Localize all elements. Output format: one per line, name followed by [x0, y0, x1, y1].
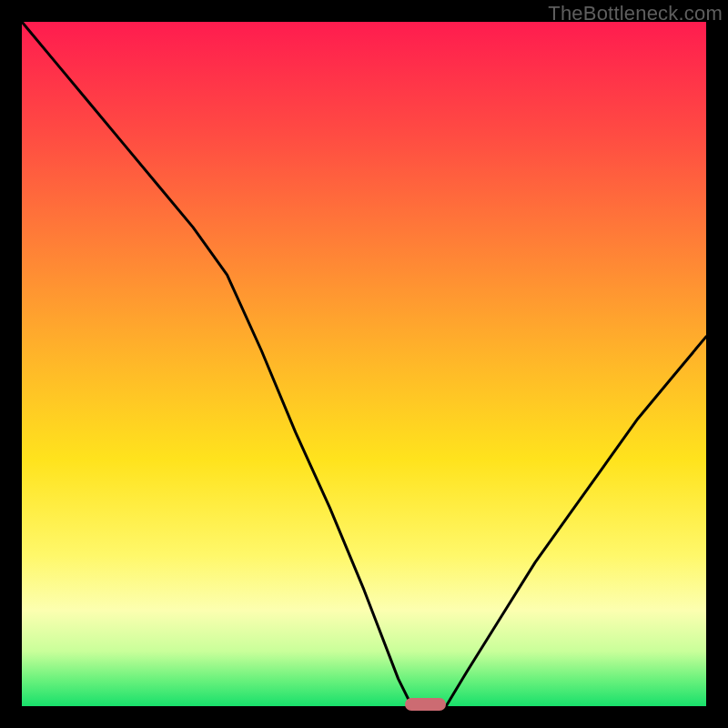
bottleneck-curve	[22, 22, 706, 706]
chart-frame: TheBottleneck.com	[0, 0, 728, 728]
plot-area	[22, 22, 706, 706]
optimal-range-marker	[405, 698, 446, 711]
